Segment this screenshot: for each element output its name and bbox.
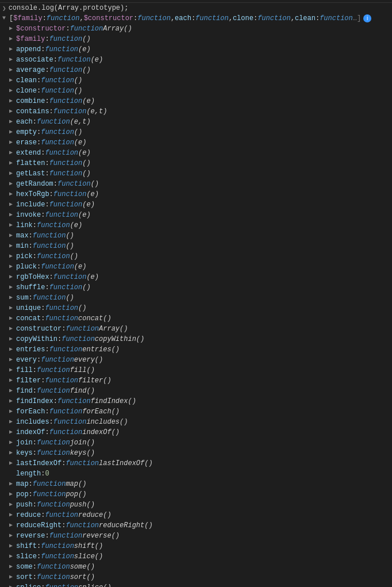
- list-item[interactable]: include: function (e): [0, 199, 392, 210]
- info-icon[interactable]: i: [363, 14, 371, 22]
- list-item[interactable]: clean: function (): [0, 75, 392, 86]
- expand-arrow[interactable]: [9, 583, 16, 587]
- list-item[interactable]: $constructor: function Array(): [0, 24, 392, 34]
- list-item[interactable]: map: function map(): [0, 479, 392, 489]
- expand-arrow[interactable]: [9, 45, 16, 54]
- expand-arrow[interactable]: [2, 14, 9, 23]
- expand-arrow[interactable]: [9, 417, 16, 427]
- expand-arrow[interactable]: [9, 179, 16, 189]
- expand-arrow[interactable]: [9, 397, 16, 406]
- expand-arrow[interactable]: [9, 366, 16, 375]
- expand-arrow[interactable]: [9, 448, 16, 458]
- expand-arrow[interactable]: [9, 76, 16, 85]
- expand-arrow[interactable]: [9, 86, 16, 95]
- expand-arrow[interactable]: [9, 428, 16, 437]
- list-item[interactable]: contains: function (e,t): [0, 106, 392, 117]
- list-item[interactable]: pluck: function (e): [0, 262, 392, 272]
- expand-arrow[interactable]: [9, 128, 16, 137]
- list-item[interactable]: find: function find(): [0, 386, 392, 396]
- expand-arrow[interactable]: [9, 335, 16, 344]
- list-item[interactable]: unique: function (): [0, 303, 392, 313]
- expand-arrow[interactable]: [9, 107, 16, 116]
- expand-arrow[interactable]: [9, 159, 16, 168]
- expand-arrow[interactable]: [9, 314, 16, 323]
- expand-arrow[interactable]: [9, 521, 16, 530]
- list-item[interactable]: erase: function (e): [0, 137, 392, 148]
- list-item[interactable]: shuffle: function (): [0, 282, 392, 293]
- list-item[interactable]: findIndex: function findIndex(): [0, 396, 392, 406]
- expand-arrow[interactable]: [9, 66, 16, 75]
- list-item[interactable]: flatten: function (): [0, 158, 392, 168]
- list-item[interactable]: every: function every(): [0, 355, 392, 365]
- expand-arrow[interactable]: [9, 573, 16, 582]
- expand-arrow[interactable]: [9, 241, 16, 251]
- list-item[interactable]: filter: function filter(): [0, 375, 392, 386]
- list-item[interactable]: length: 0: [0, 469, 392, 479]
- expand-arrow[interactable]: [9, 438, 16, 447]
- expand-arrow[interactable]: [9, 190, 16, 199]
- expand-arrow[interactable]: [9, 562, 16, 571]
- expand-arrow[interactable]: [9, 138, 16, 147]
- expand-arrow[interactable]: [9, 252, 16, 261]
- expand-arrow[interactable]: [9, 34, 16, 44]
- expand-arrow[interactable]: [9, 293, 16, 302]
- list-item[interactable]: slice: function slice(): [0, 551, 392, 562]
- list-item[interactable]: forEach: function forEach(): [0, 406, 392, 417]
- object-summary-row[interactable]: [$family: function, $constructor: functi…: [0, 13, 392, 24]
- expand-arrow[interactable]: [9, 210, 16, 220]
- list-item[interactable]: includes: function includes(): [0, 417, 392, 427]
- list-item[interactable]: entries: function entries(): [0, 344, 392, 355]
- expand-arrow[interactable]: [9, 531, 16, 540]
- list-item[interactable]: empty: function (): [0, 127, 392, 137]
- list-item[interactable]: reverse: function reverse(): [0, 531, 392, 541]
- list-item[interactable]: link: function (e): [0, 220, 392, 231]
- list-item[interactable]: indexOf: function indexOf(): [0, 427, 392, 438]
- expand-arrow[interactable]: [9, 273, 16, 282]
- expand-arrow[interactable]: [9, 200, 16, 209]
- list-item[interactable]: pop: function pop(): [0, 489, 392, 500]
- list-item[interactable]: keys: function keys(): [0, 448, 392, 458]
- expand-arrow[interactable]: [9, 511, 16, 520]
- list-item[interactable]: shift: function shift(): [0, 541, 392, 551]
- list-item[interactable]: $family: function (): [0, 34, 392, 44]
- list-item[interactable]: average: function (): [0, 65, 392, 75]
- list-item[interactable]: append: function (e): [0, 44, 392, 55]
- list-item[interactable]: some: function some(): [0, 562, 392, 572]
- list-item[interactable]: sort: function sort(): [0, 572, 392, 582]
- expand-arrow[interactable]: [9, 355, 16, 365]
- list-item[interactable]: splice: function splice(): [0, 582, 392, 587]
- expand-arrow[interactable]: [9, 117, 16, 126]
- list-item[interactable]: invoke: function (e): [0, 210, 392, 220]
- list-item[interactable]: extend: function (e): [0, 148, 392, 158]
- expand-arrow[interactable]: [9, 148, 16, 158]
- list-item[interactable]: reduce: function reduce(): [0, 510, 392, 520]
- expand-arrow[interactable]: [9, 542, 16, 551]
- list-item[interactable]: hexToRgb: function (e): [0, 189, 392, 199]
- expand-arrow[interactable]: [9, 97, 16, 106]
- list-item[interactable]: getRandom: function (): [0, 179, 392, 189]
- list-item[interactable]: reduceRight: function reduceRight(): [0, 520, 392, 531]
- list-item[interactable]: associate: function (e): [0, 55, 392, 65]
- expand-arrow[interactable]: [9, 262, 16, 271]
- expand-arrow[interactable]: [9, 459, 16, 468]
- expand-arrow[interactable]: [9, 283, 16, 292]
- list-item[interactable]: join: function join(): [0, 438, 392, 448]
- expand-arrow[interactable]: [9, 169, 16, 178]
- list-item[interactable]: clone: function (): [0, 86, 392, 96]
- list-item[interactable]: concat: function concat(): [0, 313, 392, 324]
- list-item[interactable]: copyWithin: function copyWithin(): [0, 334, 392, 344]
- list-item[interactable]: push: function push(): [0, 500, 392, 510]
- expand-arrow[interactable]: [9, 55, 16, 64]
- expand-arrow[interactable]: [9, 407, 16, 416]
- expand-arrow[interactable]: [9, 231, 16, 240]
- list-item[interactable]: getLast: function (): [0, 168, 392, 179]
- expand-arrow[interactable]: [9, 24, 16, 33]
- list-item[interactable]: lastIndexOf: function lastIndexOf(): [0, 458, 392, 469]
- expand-arrow[interactable]: [9, 324, 16, 333]
- expand-arrow[interactable]: [9, 221, 16, 230]
- list-item[interactable]: sum: function (): [0, 293, 392, 303]
- list-item[interactable]: rgbToHex: function (e): [0, 272, 392, 282]
- list-item[interactable]: constructor: function Array(): [0, 324, 392, 334]
- expand-arrow[interactable]: [9, 304, 16, 313]
- list-item[interactable]: each: function (e,t): [0, 117, 392, 127]
